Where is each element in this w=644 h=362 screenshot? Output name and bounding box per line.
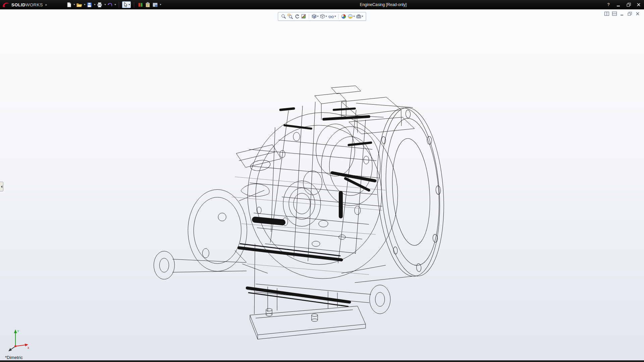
triad-y-label: Y <box>17 329 19 333</box>
open-dropdown-caret[interactable]: ▾ <box>84 3 85 6</box>
split-pane-vertical-button[interactable] <box>612 11 617 16</box>
view-orientation-caret[interactable]: ▾ <box>317 15 318 18</box>
open-folder-icon <box>76 2 82 8</box>
undo-icon <box>107 2 113 8</box>
minimize-icon <box>620 12 624 16</box>
clipboard-button[interactable] <box>145 1 151 8</box>
orientation-triad: Y x <box>6 327 31 352</box>
solidworks-logo-icon <box>2 2 9 8</box>
print-dropdown-caret[interactable]: ▾ <box>104 3 106 6</box>
pane-vertical-icon <box>612 12 617 16</box>
bottom-window-edge <box>0 360 644 362</box>
hide-show-items-caret[interactable]: ▾ <box>334 15 336 18</box>
save-button[interactable] <box>86 1 93 8</box>
hide-show-items-button[interactable]: ▾ <box>328 13 336 20</box>
zoom-to-area-button[interactable] <box>287 13 293 20</box>
zoom-to-fit-button[interactable] <box>280 13 286 20</box>
brand-name-light: WORKS <box>25 2 43 7</box>
view-settings-button[interactable]: ▾ <box>356 13 364 20</box>
appearance-ball-icon <box>341 14 346 19</box>
help-button[interactable]: ? <box>606 2 611 7</box>
right-flange <box>372 106 449 279</box>
print-icon <box>97 2 103 8</box>
display-style-button[interactable]: ▾ <box>319 13 327 20</box>
restore-button[interactable] <box>626 2 631 7</box>
apply-scene-caret[interactable]: ▾ <box>354 15 355 18</box>
window-controls: ? <box>606 0 641 9</box>
magnifier-icon <box>281 14 286 19</box>
view-orientation-label: *Dimetric <box>5 355 23 360</box>
toolbar-separator <box>134 2 134 8</box>
select-arrow-icon <box>123 2 128 7</box>
display-style-caret[interactable]: ▾ <box>325 15 327 18</box>
scene-icon <box>348 14 353 19</box>
solidworks-window: SOLIDWORKS ▸ ▾ ▾ <box>0 0 644 362</box>
heads-up-view-toolbar: ▾ ▾ ▾ <box>278 12 366 21</box>
open-button[interactable] <box>76 1 83 8</box>
options-button[interactable] <box>152 1 158 8</box>
select-dropdown-caret[interactable]: ▾ <box>128 3 130 6</box>
save-icon <box>87 2 92 8</box>
standard-toolbar: ▾ ▾ ▾ <box>66 1 161 8</box>
triad-x-label: x <box>28 346 29 350</box>
save-dropdown-caret[interactable]: ▾ <box>94 3 95 6</box>
close-document-button[interactable] <box>635 11 640 16</box>
view-settings-caret[interactable]: ▾ <box>362 15 363 18</box>
minimize-button[interactable] <box>616 2 621 7</box>
print-button[interactable] <box>96 1 103 8</box>
hud-separator <box>309 14 309 19</box>
pane-horizontal-icon <box>604 12 609 16</box>
restore-icon <box>628 12 632 16</box>
menu-expand-arrow[interactable]: ▸ <box>46 3 47 6</box>
title-bar: SOLIDWORKS ▸ ▾ ▾ <box>0 0 644 9</box>
hud-separator <box>338 14 339 19</box>
document-window-controls <box>604 11 640 16</box>
previous-view-icon <box>294 14 300 19</box>
close-icon <box>636 12 640 16</box>
new-dropdown-caret[interactable]: ▾ <box>73 3 75 6</box>
view-cube-icon <box>311 14 317 19</box>
minimize-document-button[interactable] <box>620 11 625 16</box>
brand-name-bold: SOLID <box>11 2 25 7</box>
brand-name: SOLIDWORKS <box>11 2 43 7</box>
display-style-icon <box>320 14 325 19</box>
engine-casing-wireframe-model[interactable] <box>0 9 644 360</box>
split-pane-horizontal-button[interactable] <box>604 11 609 16</box>
new-document-icon <box>66 2 72 8</box>
restore-document-button[interactable] <box>627 11 632 16</box>
toolbox-icon <box>138 2 143 8</box>
magnifier-area-icon <box>287 14 293 19</box>
undo-dropdown-caret[interactable]: ▾ <box>114 3 116 6</box>
options-dropdown-caret[interactable]: ▾ <box>160 3 161 6</box>
section-view-button[interactable] <box>301 13 307 20</box>
undo-button[interactable] <box>107 1 113 8</box>
view-orientation-button[interactable]: ▾ <box>311 13 319 20</box>
graphics-viewport[interactable]: ▾ ▾ ▾ <box>0 9 644 360</box>
edit-appearance-button[interactable] <box>341 13 347 20</box>
select-button[interactable]: ▾ <box>122 1 131 8</box>
glasses-icon <box>328 14 334 19</box>
previous-view-button[interactable] <box>294 13 300 20</box>
window-title: EngineCasing [Read-only] <box>360 2 407 7</box>
toolbar-separator <box>119 2 119 8</box>
new-button[interactable] <box>66 1 72 8</box>
section-view-icon <box>301 14 306 19</box>
apply-scene-button[interactable]: ▾ <box>347 13 355 20</box>
minimize-icon <box>616 3 621 7</box>
close-button[interactable] <box>636 2 641 7</box>
restore-icon <box>627 3 631 7</box>
clipboard-icon <box>145 2 151 8</box>
chevron-left-icon <box>1 185 2 188</box>
app-logo[interactable]: SOLIDWORKS <box>0 2 43 8</box>
feature-panel-collapsed-tab[interactable] <box>0 182 3 191</box>
toolbox-button[interactable] <box>137 1 144 8</box>
camera-icon <box>356 14 362 19</box>
close-icon <box>637 3 641 7</box>
options-icon <box>152 2 158 8</box>
